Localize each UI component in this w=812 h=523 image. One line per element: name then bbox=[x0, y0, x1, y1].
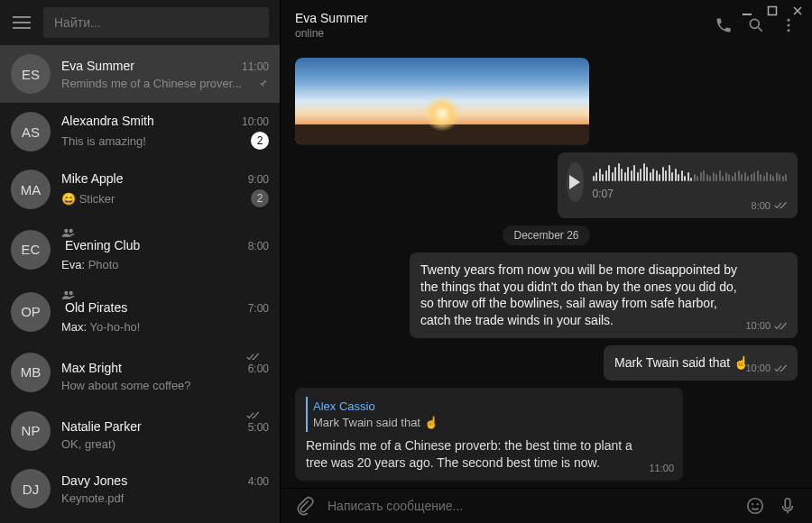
group-icon bbox=[61, 227, 140, 238]
chat-item[interactable]: DJDavy Jones4:00Keynote.pdf bbox=[0, 460, 280, 518]
chat-name: Alexandra Smith bbox=[61, 114, 154, 128]
voice-waveform[interactable] bbox=[593, 161, 788, 181]
avatar: NP bbox=[11, 411, 51, 451]
chat-time: 8:00 bbox=[248, 240, 269, 252]
chat-item[interactable]: NPNatalie Parker 5:00OK, great) bbox=[0, 401, 280, 460]
chat-preview: 😄 Sticker bbox=[61, 192, 115, 206]
chat-time: 7:00 bbox=[248, 302, 269, 315]
svg-point-8 bbox=[788, 24, 790, 27]
chat-time: 9:00 bbox=[248, 173, 269, 186]
message-out-quote[interactable]: Twenty years from now you will be more d… bbox=[410, 252, 798, 339]
search-icon[interactable] bbox=[747, 16, 765, 34]
composer bbox=[281, 488, 812, 523]
date-separator: December 26 bbox=[503, 225, 589, 245]
read-tick-icon bbox=[246, 352, 269, 362]
svg-point-3 bbox=[69, 229, 73, 233]
chat-name: Max Bright bbox=[61, 361, 122, 375]
svg-point-4 bbox=[64, 291, 68, 295]
avatar: EC bbox=[11, 230, 51, 270]
conversation: Eva Summer online Nearly missed this sun… bbox=[281, 0, 812, 523]
chat-header-status: online bbox=[295, 27, 368, 40]
svg-point-10 bbox=[748, 499, 763, 514]
svg-point-9 bbox=[788, 29, 790, 32]
chat-item[interactable]: ECEvening Club8:00Eva: Photo bbox=[0, 218, 280, 280]
avatar: AS bbox=[11, 112, 51, 151]
play-icon[interactable] bbox=[567, 162, 584, 202]
chat-preview: How about some coffee? bbox=[61, 379, 191, 392]
chat-preview: Reminds me of a Chinese prover... bbox=[61, 77, 242, 90]
chat-preview: Keynote.pdf bbox=[61, 491, 124, 505]
unread-badge: 2 bbox=[251, 189, 269, 207]
svg-rect-13 bbox=[785, 499, 790, 509]
chat-preview: OK, great) bbox=[61, 437, 115, 451]
avatar: ES bbox=[11, 54, 51, 94]
chat-time: 4:00 bbox=[248, 475, 269, 488]
sunrise-image bbox=[295, 58, 589, 144]
microphone-icon[interactable] bbox=[778, 496, 798, 516]
search-field[interactable] bbox=[43, 7, 269, 38]
chat-item[interactable]: MBMax Bright 6:00How about some coffee? bbox=[0, 343, 280, 401]
window-close-icon[interactable] bbox=[790, 4, 805, 18]
composer-input[interactable] bbox=[328, 499, 733, 513]
chat-name: Evening Club bbox=[61, 227, 140, 254]
messages: Nearly missed this sunrise 7:00 0:07 8:0… bbox=[281, 50, 812, 488]
svg-point-7 bbox=[788, 19, 790, 22]
chat-item[interactable]: ASAlexandra Smith10:00This is amazing!2 bbox=[0, 103, 280, 161]
svg-point-2 bbox=[64, 229, 68, 233]
reply-reference[interactable]: Alex Cassio Mark Twain said that ☝️ bbox=[306, 397, 634, 432]
chat-time: 10:00 bbox=[242, 115, 269, 128]
search-input[interactable] bbox=[54, 15, 258, 30]
read-tick-icon bbox=[246, 410, 269, 421]
call-icon[interactable] bbox=[715, 16, 733, 34]
group-icon bbox=[61, 289, 127, 300]
window-minimize-icon[interactable] bbox=[740, 4, 754, 18]
unread-badge: 2 bbox=[251, 132, 269, 150]
svg-point-11 bbox=[752, 503, 753, 505]
chat-name: Natalie Parker bbox=[61, 419, 142, 434]
chat-item[interactable]: OPOld Pirates7:00Max: Yo-ho-ho! bbox=[0, 280, 280, 343]
chat-time: 11:00 bbox=[242, 60, 269, 73]
read-tick-icon bbox=[774, 321, 789, 332]
chat-preview: Max: Yo-ho-ho! bbox=[61, 320, 140, 334]
svg-point-6 bbox=[750, 19, 759, 28]
chat-name: Old Pirates bbox=[61, 289, 127, 317]
more-icon[interactable] bbox=[780, 16, 798, 34]
chat-time: 6:00 bbox=[246, 352, 269, 375]
message-out-attrib[interactable]: Mark Twain said that ☝️ 10:00 bbox=[604, 345, 798, 381]
emoji-icon[interactable] bbox=[745, 496, 765, 516]
read-tick-icon bbox=[774, 363, 789, 374]
avatar: MA bbox=[11, 170, 51, 209]
window-maximize-icon[interactable] bbox=[765, 4, 780, 18]
avatar: DJ bbox=[11, 469, 51, 509]
pin-icon bbox=[256, 77, 269, 89]
message-in-reply[interactable]: Alex Cassio Mark Twain said that ☝️ Remi… bbox=[295, 388, 683, 481]
svg-rect-0 bbox=[743, 14, 752, 15]
chat-name: Eva Summer bbox=[61, 59, 134, 73]
message-voice[interactable]: 0:07 8:00 bbox=[558, 152, 798, 217]
hamburger-icon[interactable] bbox=[11, 12, 32, 33]
chat-time: 5:00 bbox=[246, 410, 269, 434]
chat-name: Davy Jones bbox=[61, 473, 127, 488]
chat-header-title[interactable]: Eva Summer bbox=[295, 11, 368, 25]
chat-name: Mike Apple bbox=[61, 171, 123, 186]
message-photo[interactable]: Nearly missed this sunrise 7:00 bbox=[295, 58, 589, 145]
svg-point-5 bbox=[69, 291, 73, 295]
chat-item[interactable]: ESEva Summer11:00Reminds me of a Chinese… bbox=[0, 45, 280, 103]
svg-point-12 bbox=[757, 503, 759, 505]
svg-rect-1 bbox=[769, 7, 777, 15]
chat-preview: Eva: Photo bbox=[61, 258, 119, 271]
avatar: MB bbox=[11, 353, 51, 392]
sidebar: ESEva Summer11:00Reminds me of a Chinese… bbox=[0, 0, 281, 523]
attach-icon[interactable] bbox=[295, 496, 315, 516]
avatar: OP bbox=[11, 292, 51, 332]
chat-preview: This is amazing! bbox=[61, 134, 146, 148]
chat-item[interactable]: MAMike Apple9:00😄 Sticker2 bbox=[0, 161, 280, 218]
chat-list: ESEva Summer11:00Reminds me of a Chinese… bbox=[0, 45, 280, 523]
read-tick-icon bbox=[774, 200, 789, 211]
